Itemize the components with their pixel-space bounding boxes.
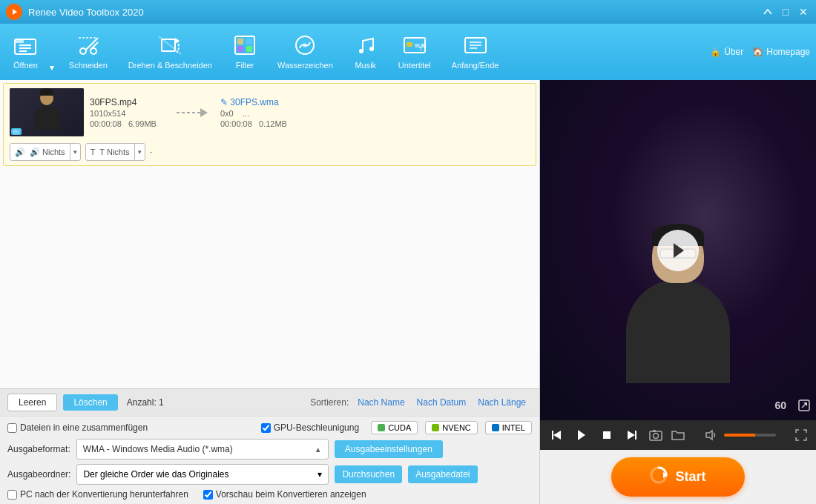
thumb-hair: [40, 88, 53, 96]
settings-row-format: Ausgabeformat: WMA - Windows Media Audio…: [7, 439, 532, 460]
svg-rect-47: [653, 430, 656, 432]
cut-label: Schneiden: [69, 61, 108, 70]
main-area: 60 30FPS.mp4 1010x514 00:00:08 6.99MB: [0, 80, 816, 504]
rotate-button[interactable]: Drehen & Beschneiden: [118, 26, 223, 78]
intel-button[interactable]: INTEL: [485, 421, 532, 434]
app-logo: [6, 4, 22, 20]
cut-button[interactable]: Schneiden: [59, 26, 118, 78]
about-button[interactable]: 🔒 Über: [710, 47, 743, 57]
video-preview: 60: [540, 80, 816, 420]
preview-label: Vorschau beim Konvertieren anzeigen: [216, 489, 366, 500]
format-label: Ausgabeformat:: [7, 444, 70, 454]
play-button[interactable]: [657, 230, 699, 271]
home-icon: 🏠: [752, 47, 763, 57]
filter-icon: [234, 35, 256, 59]
right-panel: 60: [540, 80, 816, 504]
homepage-label: Homepage: [766, 47, 810, 57]
output-settings-button[interactable]: Ausgabeeinstellungen: [335, 440, 443, 458]
audio-dropdown[interactable]: 🔊 🔊 Nichts ▾: [10, 143, 81, 161]
preview-checkbox-wrap[interactable]: Vorschau beim Konvertieren anzeigen: [203, 489, 366, 500]
thumb-person: [21, 90, 73, 136]
output-size: 0.12MB: [259, 119, 287, 128]
file-list: 60 30FPS.mp4 1010x514 00:00:08 6.99MB: [0, 80, 539, 388]
input-filename: 30FPS.mp4: [90, 97, 164, 107]
trim-icon: [464, 35, 487, 59]
svg-marker-34: [200, 108, 208, 117]
output-dim-val: 0x0: [220, 109, 234, 118]
subtitle-icon: SUB T: [403, 35, 427, 59]
output-file-button[interactable]: Ausgabedatei: [408, 465, 477, 483]
trim-label: Anfang/Ende: [452, 61, 499, 70]
svg-point-8: [80, 48, 86, 54]
open-dropdown-arrow[interactable]: [45, 26, 59, 78]
sort-by-date[interactable]: Nach Datum: [417, 397, 467, 408]
volume-icon[interactable]: [702, 426, 720, 444]
folder-select[interactable]: Der gleiche Order wie das Originales ▾: [76, 464, 329, 485]
svg-rect-42: [603, 431, 611, 439]
svg-rect-17: [237, 39, 243, 44]
left-panel: 60 30FPS.mp4 1010x514 00:00:08 6.99MB: [0, 80, 540, 504]
preview-checkbox[interactable]: [203, 490, 213, 500]
watermark-button[interactable]: Wasserzeichen: [267, 26, 343, 78]
cuda-dot: [378, 424, 385, 431]
app-title: Renee Video Toolbox 2020: [28, 7, 761, 18]
browse-button[interactable]: Durchsuchen: [335, 465, 402, 483]
screenshot-button[interactable]: [647, 426, 665, 444]
nvenc-button[interactable]: NVENC: [425, 421, 478, 434]
sort-by-length[interactable]: Nach Länge: [478, 397, 526, 408]
svg-rect-40: [552, 431, 553, 440]
fullscreen-button[interactable]: [792, 426, 810, 444]
bottom-controls: Leeren Löschen Anzahl: 1 Sortieren: Nach…: [0, 388, 539, 416]
close-button[interactable]: ✕: [797, 5, 810, 19]
merge-checkbox-wrap[interactable]: Dateien in eine zusammenfügen: [7, 422, 148, 433]
nvenc-dot: [432, 424, 439, 431]
folder-arrow: ▾: [317, 469, 322, 480]
svg-rect-13: [162, 39, 175, 51]
svg-rect-26: [407, 42, 412, 47]
thumb-badge: 60: [11, 128, 22, 135]
text-label: T Nichts: [99, 147, 129, 156]
svg-point-22: [303, 43, 307, 47]
cuda-button[interactable]: CUDA: [371, 421, 418, 434]
gpu-checkbox[interactable]: [261, 423, 271, 433]
music-button[interactable]: Musik: [343, 26, 388, 78]
intel-dot: [492, 424, 499, 431]
volume-slider[interactable]: [724, 434, 776, 437]
video-number: 60: [774, 399, 786, 411]
sort-by-name[interactable]: Nach Name: [358, 397, 404, 408]
stop-button[interactable]: [596, 425, 617, 445]
svg-point-24: [369, 47, 374, 51]
filter-button[interactable]: Filter: [223, 26, 267, 78]
play-pause-button[interactable]: [571, 425, 592, 445]
cuda-label: CUDA: [388, 423, 411, 432]
merge-checkbox[interactable]: [7, 423, 17, 433]
subtitle-label: Untertitel: [398, 61, 431, 70]
text-dropdown[interactable]: T T Nichts ▾: [85, 143, 145, 161]
shutdown-checkbox[interactable]: [7, 490, 17, 500]
folder-button[interactable]: [669, 426, 687, 444]
start-button[interactable]: Start: [611, 457, 745, 497]
output-filename: ✎ 30FPS.wma: [220, 97, 309, 107]
clear-button[interactable]: Leeren: [7, 394, 57, 411]
music-label: Musik: [355, 61, 376, 70]
maximize-button[interactable]: □: [779, 5, 792, 19]
open-button[interactable]: Öffnen: [6, 26, 45, 78]
toolbar: Öffnen Schneiden Dreh: [0, 24, 816, 80]
trim-button[interactable]: Anfang/Ende: [441, 26, 510, 78]
format-select[interactable]: WMA - Windows Media Audio (*.wma) ▲: [76, 439, 329, 460]
input-duration-size: 00:00:08 6.99MB: [90, 119, 164, 128]
shutdown-checkbox-wrap[interactable]: PC nach der Konvertierung herunterfahren: [7, 489, 188, 500]
nvenc-label: NVENC: [442, 423, 471, 432]
sort-label: Sortieren:: [310, 397, 349, 408]
delete-button[interactable]: Löschen: [63, 394, 117, 411]
expand-icon[interactable]: [798, 399, 810, 414]
minimize-button[interactable]: [761, 5, 774, 19]
gpu-checkbox-wrap[interactable]: GPU-Beschleunigung: [261, 422, 359, 433]
homepage-button[interactable]: 🏠 Homepage: [752, 47, 810, 57]
convert-arrow: [170, 104, 214, 122]
settings-bar: Dateien in eine zusammenfügen GPU-Beschl…: [0, 416, 539, 504]
skip-end-button[interactable]: [622, 425, 642, 445]
svg-marker-35: [674, 243, 684, 258]
subtitle-button[interactable]: SUB T Untertitel: [388, 26, 441, 78]
skip-start-button[interactable]: [546, 425, 567, 445]
